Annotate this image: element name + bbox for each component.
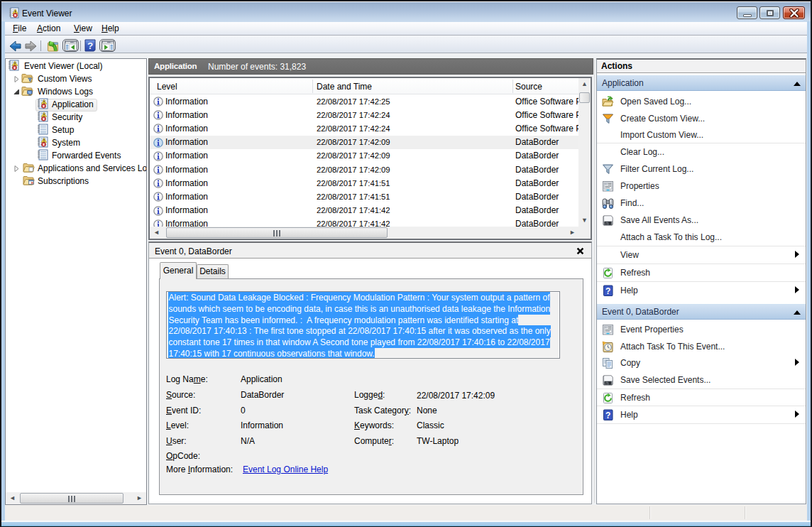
svg-text:?: ? [87,40,93,51]
